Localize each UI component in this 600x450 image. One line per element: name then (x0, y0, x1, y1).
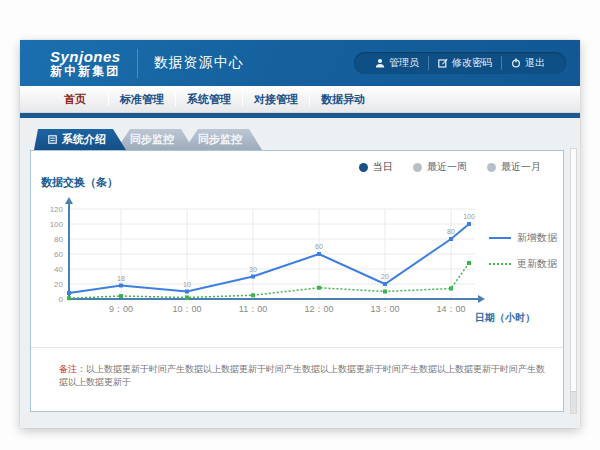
scrollbar-thumb[interactable] (571, 391, 576, 413)
document-icon (48, 135, 57, 144)
main-nav: 首页 标准管理 系统管理 对接管理 数据异动 (20, 86, 580, 113)
logout-button[interactable]: 退出 (501, 56, 554, 70)
nav-item-home[interactable]: 首页 (42, 86, 108, 113)
company-logo: Synjones 新中新集团 (50, 49, 138, 78)
app-window: Synjones 新中新集团 数据资源中心 管理员 修改密码 (20, 40, 580, 428)
legend-label: 更新数据 (517, 257, 557, 271)
svg-text:12：00: 12：00 (304, 304, 333, 314)
chart-legend: 新增数据 更新数据 (489, 231, 557, 283)
radio-last-week[interactable]: 最近一周 (413, 160, 467, 174)
tab-sync-monitor-2[interactable]: 同步监控 (184, 129, 262, 150)
power-icon (511, 58, 521, 68)
chart-panel: 当日 最近一周 最近一月 数据交换（条） 0204060801001209：00… (30, 150, 564, 412)
chart-canvas: 0204060801001209：0010：0011：0012：0013：001… (45, 195, 491, 325)
svg-text:20: 20 (381, 273, 389, 280)
tab-sync-monitor-1[interactable]: 同步监控 (116, 129, 194, 150)
svg-text:10: 10 (183, 281, 191, 288)
footnote-prefix: 备注： (59, 364, 86, 374)
time-range-filter: 当日 最近一周 最近一月 (359, 160, 541, 174)
svg-text:60: 60 (54, 250, 63, 259)
svg-text:80: 80 (447, 228, 455, 235)
svg-text:100: 100 (463, 213, 475, 220)
svg-text:9：00: 9：00 (109, 304, 133, 314)
radio-label: 最近一周 (427, 160, 467, 174)
nav-item-system-management[interactable]: 系统管理 (176, 86, 242, 113)
svg-text:0: 0 (59, 295, 64, 304)
tab-bar: 系统介绍 同步监控 同步监控 (34, 129, 262, 150)
user-menu[interactable]: 管理员 (366, 56, 428, 70)
svg-text:120: 120 (50, 205, 64, 214)
change-password-label: 修改密码 (452, 56, 492, 70)
content-area: 系统介绍 同步监控 同步监控 当日 最近一周 最近一月 数据交 (20, 118, 580, 428)
logo-chinese: 新中新集团 (50, 64, 120, 78)
dotted-line-icon (489, 263, 511, 265)
tab-system-intro[interactable]: 系统介绍 (34, 129, 126, 150)
radio-label: 当日 (373, 160, 393, 174)
line-chart: 0204060801001209：0010：0011：0012：0013：001… (45, 195, 491, 325)
logout-label: 退出 (525, 56, 545, 70)
svg-text:20: 20 (54, 280, 63, 289)
radio-dot-icon (359, 163, 368, 172)
solid-line-icon (489, 237, 511, 239)
radio-last-month[interactable]: 最近一月 (487, 160, 541, 174)
vertical-scrollbar[interactable] (570, 148, 577, 414)
svg-text:40: 40 (54, 265, 63, 274)
logo-english: Synjones (50, 49, 121, 64)
legend-item-new-data: 新增数据 (489, 231, 557, 245)
edit-icon (438, 58, 448, 68)
legend-item-updated-data: 更新数据 (489, 257, 557, 271)
y-axis-title: 数据交换（条） (41, 175, 118, 190)
user-icon (375, 58, 385, 68)
svg-text:100: 100 (50, 220, 64, 229)
svg-text:18: 18 (117, 275, 125, 282)
app-header: Synjones 新中新集团 数据资源中心 管理员 修改密码 (20, 40, 580, 86)
note-divider (31, 347, 563, 348)
nav-item-data-changes[interactable]: 数据异动 (310, 86, 376, 113)
user-label: 管理员 (389, 56, 419, 70)
legend-label: 新增数据 (517, 231, 557, 245)
radio-dot-icon (413, 163, 422, 172)
tab-label: 系统介绍 (62, 129, 106, 150)
svg-text:30: 30 (249, 266, 257, 273)
x-axis-title: 日期（小时） (475, 311, 535, 325)
svg-text:11：00: 11：00 (239, 304, 267, 314)
svg-text:14：00: 14：00 (436, 304, 465, 314)
change-password-button[interactable]: 修改密码 (428, 56, 501, 70)
footnote-text: 以上数据更新于时间产生数据以上数据更新于时间产生数据以上数据更新于时间产生数据以… (59, 364, 545, 387)
user-toolbar: 管理员 修改密码 退出 (354, 52, 566, 74)
radio-label: 最近一月 (501, 160, 541, 174)
svg-text:10：00: 10：00 (172, 304, 201, 314)
nav-item-connection-management[interactable]: 对接管理 (243, 86, 309, 113)
page-title: 数据资源中心 (154, 54, 244, 72)
radio-dot-icon (487, 163, 496, 172)
svg-text:13：00: 13：00 (370, 304, 399, 314)
radio-today[interactable]: 当日 (359, 160, 393, 174)
footnote: 备注：以上数据更新于时间产生数据以上数据更新于时间产生数据以上数据更新于时间产生… (59, 363, 549, 389)
nav-item-standard-management[interactable]: 标准管理 (109, 86, 175, 113)
svg-text:80: 80 (54, 235, 63, 244)
svg-text:60: 60 (315, 243, 323, 250)
